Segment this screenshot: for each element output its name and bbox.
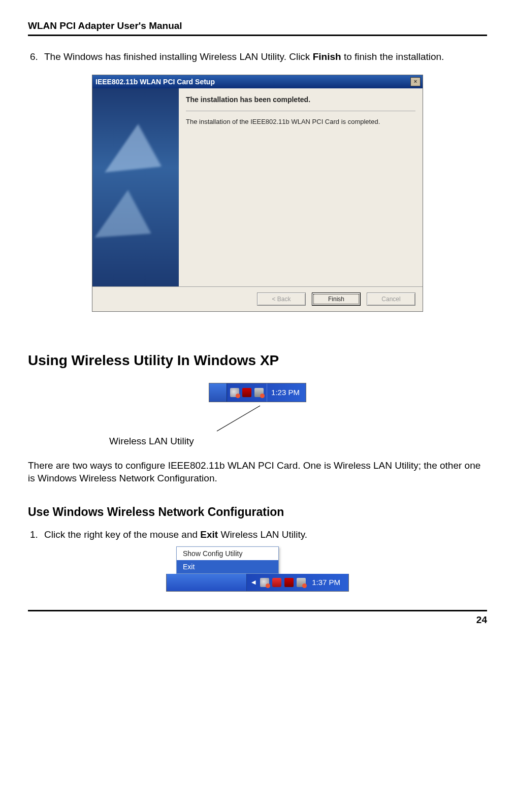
step-text: Click the right key of the mouse and Exi… — [44, 528, 487, 541]
taskbar: ◀ 1:37 PM — [166, 574, 349, 592]
divider — [186, 111, 415, 111]
step-6: 6. The Windows has finished installing W… — [30, 50, 487, 63]
installer-screenshot: IEEE802.11b WLAN PCI Card Setup × The in… — [28, 75, 487, 312]
system-tray-screenshot-1: 1:23 PM — [28, 383, 487, 402]
tray-clock: 1:23 PM — [267, 383, 306, 402]
installer-titlebar: IEEE802.11b WLAN PCI Card Setup × — [92, 75, 423, 88]
menu-item-show-config[interactable]: Show Config Utility — [177, 547, 278, 560]
context-menu: Show Config Utility Exit — [176, 546, 279, 574]
paragraph-config-ways: There are two ways to configure IEEE802.… — [28, 459, 487, 485]
tray-icon-area — [227, 383, 267, 402]
installer-button-row: < Back Finish Cancel — [92, 286, 423, 311]
cancel-button: Cancel — [367, 293, 415, 306]
text-fragment: Click the right key of the mouse and — [44, 529, 200, 540]
exit-keyword: Exit — [200, 529, 218, 540]
callout-line — [28, 403, 487, 434]
finish-button[interactable]: Finish — [312, 293, 361, 306]
document-header: WLAN PCI Adapter User's Manual — [28, 20, 487, 36]
taskbar-strip — [209, 383, 227, 402]
shield-icon[interactable] — [272, 578, 281, 587]
text-fragment: Wireless LAN Utility. — [218, 529, 307, 540]
step-number: 1. — [30, 528, 44, 541]
text-fragment: to finish the installation. — [341, 51, 444, 62]
installer-sidebar-graphic — [92, 88, 179, 286]
network-icon[interactable] — [260, 578, 269, 587]
chevron-icon[interactable]: ◀ — [250, 579, 257, 586]
finish-keyword: Finish — [313, 51, 341, 62]
installer-title: IEEE802.11b WLAN PCI Card Setup — [95, 78, 215, 86]
pci-card-icon[interactable] — [297, 578, 306, 587]
wlan-utility-icon[interactable] — [242, 388, 251, 397]
close-icon[interactable]: × — [410, 77, 421, 86]
step-text: The Windows has finished installing Wire… — [44, 50, 487, 63]
network-icon[interactable] — [230, 388, 239, 397]
svg-line-0 — [217, 406, 260, 431]
menu-item-exit[interactable]: Exit — [177, 560, 278, 573]
step-1: 1. Click the right key of the mouse and … — [30, 528, 487, 541]
installer-message: The installation of the IEEE802.11b WLAN… — [186, 117, 415, 126]
text-fragment: The Windows has finished installing Wire… — [44, 51, 313, 62]
arrow-graphic — [105, 121, 166, 172]
section-heading-windows-config: Use Windows Wireless Network Configurati… — [28, 505, 487, 519]
arrow-graphic — [95, 188, 156, 237]
installer-heading: The installation has been completed. — [186, 95, 415, 104]
installer-window: IEEE802.11b WLAN PCI Card Setup × The in… — [92, 75, 423, 312]
installer-content: The installation has been completed. The… — [179, 88, 423, 286]
back-button: < Back — [257, 293, 306, 306]
pci-card-icon[interactable] — [254, 388, 264, 397]
page-number: 24 — [28, 610, 487, 626]
tray-caption: Wireless LAN Utility — [109, 436, 487, 447]
wlan-utility-icon[interactable] — [284, 578, 294, 587]
tray-clock: 1:37 PM — [309, 578, 345, 587]
section-heading-using-utility: Using Wireless Utility In Windows XP — [28, 352, 487, 369]
system-tray-screenshot-2: Show Config Utility Exit ◀ 1:37 PM — [28, 546, 487, 592]
step-number: 6. — [30, 50, 44, 63]
tray-icon-area: ◀ 1:37 PM — [246, 574, 348, 591]
